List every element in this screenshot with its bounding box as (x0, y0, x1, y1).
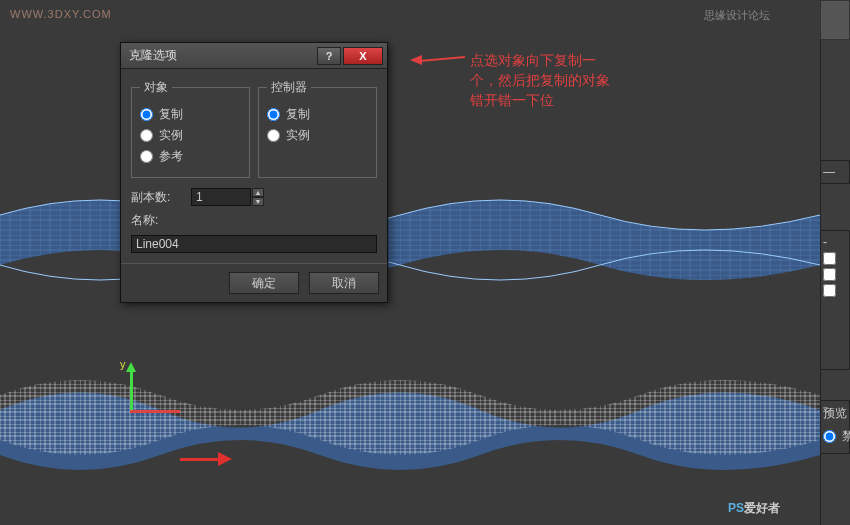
spinner-down[interactable]: ▼ (252, 197, 264, 206)
object-group-label: 对象 (140, 79, 172, 96)
panel-block-2: - (820, 230, 850, 370)
gizmo-x-axis[interactable] (130, 410, 180, 413)
watermark-topleft: WWW.3DXY.COM (10, 8, 112, 20)
copies-input[interactable] (191, 188, 251, 206)
panel-tab[interactable] (820, 0, 850, 40)
watermark-topright-cn: 思缘设计论坛 (704, 8, 770, 23)
cancel-button[interactable]: 取消 (309, 272, 379, 294)
help-button[interactable]: ? (317, 47, 341, 65)
spinner-up[interactable]: ▲ (252, 188, 264, 197)
clone-options-dialog: 克隆选项 ? X 对象 复制 实例 参考 控制器 复制 实例 副本数: (120, 42, 388, 303)
controller-group: 控制器 复制 实例 (258, 79, 377, 178)
copies-label: 副本数: (131, 189, 191, 206)
gizmo-y-label: y (120, 358, 126, 370)
radio-ctrl-copy[interactable] (267, 108, 280, 121)
annotation-arrow-bottom (180, 450, 240, 470)
annotation-arrow-line (420, 56, 465, 62)
name-label: 名称: (131, 212, 191, 229)
watermark-bottomright: PS爱好者 (728, 499, 780, 517)
radio-disable[interactable] (823, 430, 836, 443)
object-group: 对象 复制 实例 参考 (131, 79, 250, 178)
gizmo-y-axis[interactable] (130, 370, 133, 410)
panel-block-1: — (820, 160, 850, 184)
command-panel[interactable]: — - 预览 禁 (820, 0, 850, 525)
dialog-titlebar[interactable]: 克隆选项 ? X (121, 43, 387, 69)
radio-copy[interactable] (140, 108, 153, 121)
controller-group-label: 控制器 (267, 79, 311, 96)
radio-reference[interactable] (140, 150, 153, 163)
checkbox-1[interactable] (823, 252, 836, 265)
radio-reference-label: 参考 (159, 148, 183, 165)
viewport[interactable]: WWW.3DXY.COM 思缘设计论坛 y 点选对象向下复制一个，然后把复制的对… (0, 0, 820, 525)
radio-instance-label: 实例 (159, 127, 183, 144)
dialog-title: 克隆选项 (125, 47, 315, 64)
radio-ctrl-copy-label: 复制 (286, 106, 310, 123)
transform-gizmo[interactable]: y (100, 370, 180, 450)
preview-label: 预览 (823, 405, 847, 422)
checkbox-2[interactable] (823, 268, 836, 281)
checkbox-3[interactable] (823, 284, 836, 297)
radio-ctrl-instance-label: 实例 (286, 127, 310, 144)
ok-button[interactable]: 确定 (229, 272, 299, 294)
radio-instance[interactable] (140, 129, 153, 142)
close-button[interactable]: X (343, 47, 383, 65)
panel-preview: 预览 禁 (820, 400, 850, 454)
annotation-text: 点选对象向下复制一个，然后把复制的对象错开错一下位 (470, 50, 620, 110)
radio-copy-label: 复制 (159, 106, 183, 123)
radio-ctrl-instance[interactable] (267, 129, 280, 142)
name-input[interactable] (131, 235, 377, 253)
